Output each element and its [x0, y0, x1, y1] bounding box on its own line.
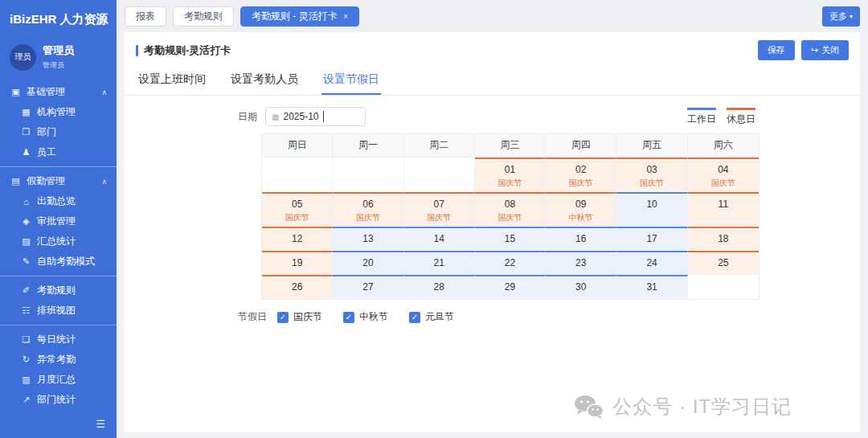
- cell-holiday-name: 国庆节: [333, 212, 403, 223]
- calendar-cell-08[interactable]: 08国庆节: [475, 192, 546, 227]
- cell-date: 12: [262, 233, 332, 244]
- sidebar-item-daily-statistics[interactable]: ❏每日统计: [0, 330, 117, 350]
- calendar-cell-05[interactable]: 05国庆节: [262, 192, 333, 227]
- calendar-cell-21[interactable]: 21: [404, 251, 475, 275]
- calendar-cell-06[interactable]: 06国庆节: [333, 192, 403, 227]
- sidebar-item-approval-management[interactable]: ◈审批管理: [0, 211, 117, 231]
- calendar-cell-24[interactable]: 24: [616, 251, 687, 275]
- app-window: iBizEHR 人力资源 理员 管理员 管理员 ▣基础管理∧▦机构管理❒部门♟员…: [0, 0, 868, 438]
- window-tab[interactable]: 考勤规则: [173, 6, 234, 27]
- sidebar-item-leave-management[interactable]: ▤假勤管理∧: [0, 171, 117, 191]
- calendar-cell-17[interactable]: 17: [616, 227, 687, 251]
- cell-date: 05: [262, 199, 332, 210]
- legend-workday[interactable]: 工作日: [687, 108, 716, 126]
- sidebar-item-department[interactable]: ❒部门: [0, 122, 117, 142]
- calendar-cell-03[interactable]: 03国庆节: [616, 158, 687, 192]
- cell-date: 10: [616, 199, 686, 210]
- calendar-cell-25[interactable]: 25: [688, 251, 759, 275]
- holiday-checkbox-national-day[interactable]: ✓国庆节: [277, 310, 322, 324]
- sidebar-item-department-statistics[interactable]: ↗部门统计: [0, 390, 117, 410]
- legend-restday[interactable]: 休息日: [727, 108, 755, 126]
- holiday-checkbox-mid-autumn[interactable]: ✓中秋节: [343, 310, 388, 324]
- cell-date: 16: [546, 233, 616, 244]
- window-tabs: 报表考勤规则考勤规则 - 灵活打卡×: [125, 6, 359, 27]
- more-button[interactable]: 更多 ▾: [822, 6, 860, 27]
- user-name: 管理员: [43, 43, 74, 58]
- cell-date: 08: [475, 199, 545, 210]
- sidebar-item-monthly-summary[interactable]: ▥月度汇总: [0, 370, 117, 390]
- calendar-cell-28[interactable]: 28: [404, 275, 475, 299]
- settings-tabs: 设置上班时间设置考勤人员设置节假日: [125, 67, 860, 96]
- date-input[interactable]: ▦ 2025-10: [265, 107, 366, 126]
- calendar-cell-04[interactable]: 04国庆节: [688, 158, 759, 192]
- sidebar-item-attendance-overview[interactable]: ⌂出勤总览: [0, 191, 117, 211]
- sidebar-item-org-management[interactable]: ▦机构管理: [0, 102, 117, 122]
- calendar-cell-10[interactable]: 10: [616, 192, 687, 227]
- holiday-checkbox-new-year[interactable]: ✓元旦节: [409, 310, 454, 324]
- calendar-cell-09[interactable]: 09中秋节: [546, 192, 616, 227]
- sidebar-item-schedule-view[interactable]: ☷排班视图: [0, 301, 117, 321]
- close-tab-icon[interactable]: ×: [343, 11, 348, 21]
- abnormal-attendance-icon: ↻: [20, 354, 32, 365]
- sidebar-item-label: 基础管理: [27, 85, 65, 99]
- page-title: 考勤规则-灵活打卡: [136, 43, 231, 58]
- sidebar-item-basic-management[interactable]: ▣基础管理∧: [0, 82, 117, 102]
- window-tab[interactable]: 考勤规则 - 灵活打卡×: [240, 6, 359, 27]
- tab-设置考勤人员[interactable]: 设置考勤人员: [229, 67, 300, 95]
- calendar-cell-16[interactable]: 16: [546, 227, 616, 251]
- calendar-cell-19[interactable]: 19: [262, 251, 333, 275]
- checkbox-icon[interactable]: ✓: [343, 312, 354, 323]
- summary-statistics-icon: ▨: [20, 236, 32, 247]
- close-button[interactable]: ↪ 关闭: [801, 40, 849, 60]
- more-button-label: 更多: [829, 10, 847, 23]
- calendar-cell-01[interactable]: 01国庆节: [475, 158, 546, 192]
- checkbox-icon[interactable]: ✓: [409, 312, 420, 323]
- department-statistics-icon: ↗: [20, 395, 32, 405]
- holiday-option-label: 中秋节: [359, 310, 388, 324]
- calendar-cell-29[interactable]: 29: [475, 275, 546, 299]
- cell-date: 22: [475, 257, 545, 268]
- calendar-cell-30[interactable]: 30: [546, 275, 616, 299]
- sidebar-item-summary-statistics[interactable]: ▨汇总统计: [0, 231, 117, 252]
- sidebar-item-label: 月度汇总: [37, 373, 76, 387]
- calendar-cell-07[interactable]: 07国庆节: [404, 192, 475, 227]
- sidebar-item-label: 出勤总览: [37, 194, 76, 208]
- tab-设置节假日[interactable]: 设置节假日: [321, 67, 381, 95]
- org-management-icon: ▦: [20, 107, 32, 117]
- collapse-sidebar-button[interactable]: ☰: [0, 413, 117, 438]
- window-tab[interactable]: 报表: [125, 6, 166, 27]
- calendar-cell-12[interactable]: 12: [262, 227, 333, 251]
- calendar-cell-14[interactable]: 14: [404, 227, 475, 251]
- holidays-label: 节假日: [238, 310, 267, 324]
- sidebar-item-abnormal-attendance[interactable]: ↻异常考勤: [0, 350, 117, 370]
- save-button[interactable]: 保存: [758, 40, 795, 60]
- cell-date: 11: [688, 199, 759, 210]
- sidebar-item-label: 每日统计: [37, 333, 76, 346]
- watermark-text: 公众号 · IT学习日记: [612, 394, 792, 420]
- calendar-cell-15[interactable]: 15: [475, 227, 546, 251]
- sidebar-item-attendance-rules[interactable]: ✐考勤规则: [0, 280, 117, 301]
- tab-设置上班时间[interactable]: 设置上班时间: [137, 67, 207, 95]
- calendar-cell-27[interactable]: 27: [333, 275, 403, 299]
- cell-date: 29: [475, 281, 545, 293]
- calendar-cell-22[interactable]: 22: [475, 251, 546, 275]
- calendar-cell-11[interactable]: 11: [688, 192, 759, 227]
- calendar-icon: ▦: [272, 113, 279, 121]
- checkbox-icon[interactable]: ✓: [277, 312, 289, 323]
- wechat-icon: [574, 395, 604, 419]
- user-profile[interactable]: 理员 管理员 管理员: [0, 34, 117, 74]
- cell-holiday-name: 中秋节: [546, 212, 616, 223]
- sidebar-item-employee[interactable]: ♟员工: [0, 142, 117, 162]
- calendar-cell-23[interactable]: 23: [546, 251, 616, 275]
- calendar-cell-31[interactable]: 31: [616, 275, 687, 299]
- calendar-cell-26[interactable]: 26: [262, 275, 333, 299]
- avatar[interactable]: 理员: [10, 44, 36, 71]
- cell-date: 06: [333, 199, 403, 210]
- calendar-cell-20[interactable]: 20: [333, 251, 403, 275]
- calendar-cell-02[interactable]: 02国庆节: [546, 158, 616, 192]
- calendar-cell-18[interactable]: 18: [688, 227, 759, 251]
- calendar-cell-13[interactable]: 13: [333, 227, 403, 251]
- sidebar-item-label: 员工: [37, 145, 56, 159]
- watermark: 公众号 · IT学习日记: [574, 394, 792, 420]
- sidebar-item-self-attendance-mode[interactable]: ✎自助考勤模式: [0, 252, 117, 272]
